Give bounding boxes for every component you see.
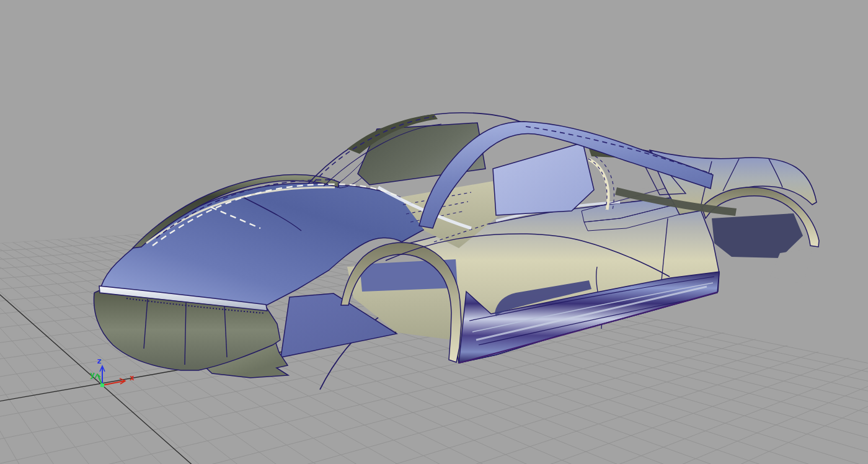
x-axis-label: x: [130, 373, 135, 382]
viewport-canvas: z x y: [0, 0, 868, 464]
z-axis-label: z: [97, 356, 102, 365]
origin-marker: [100, 383, 104, 387]
3d-viewport[interactable]: z x y: [0, 0, 868, 464]
y-axis-label: y: [90, 370, 95, 379]
